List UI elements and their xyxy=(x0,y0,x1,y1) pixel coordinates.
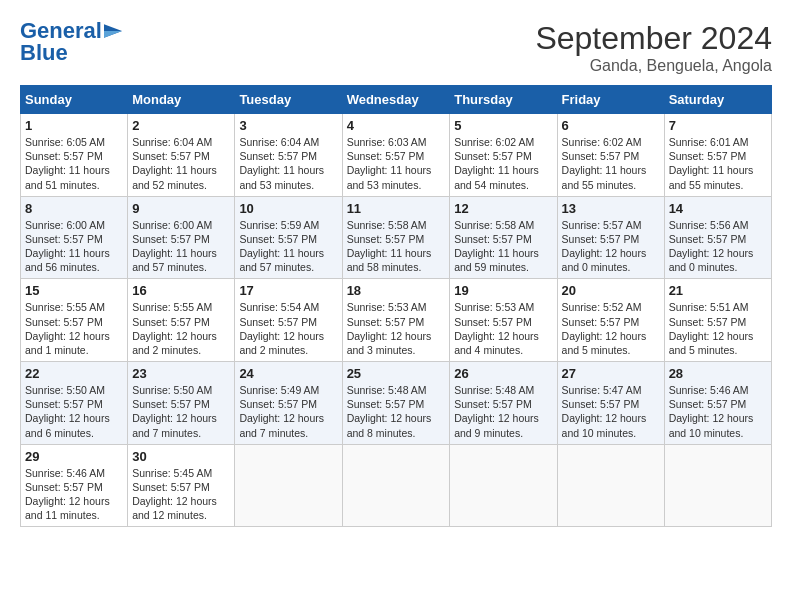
calendar-cell: 29Sunrise: 5:46 AM Sunset: 5:57 PM Dayli… xyxy=(21,444,128,527)
calendar-cell: 18Sunrise: 5:53 AM Sunset: 5:57 PM Dayli… xyxy=(342,279,450,362)
svg-marker-1 xyxy=(104,31,122,38)
day-info: Sunrise: 5:53 AM Sunset: 5:57 PM Dayligh… xyxy=(347,300,446,357)
logo: General Blue xyxy=(20,20,122,64)
day-info: Sunrise: 5:57 AM Sunset: 5:57 PM Dayligh… xyxy=(562,218,660,275)
day-info: Sunrise: 6:00 AM Sunset: 5:57 PM Dayligh… xyxy=(132,218,230,275)
day-info: Sunrise: 5:47 AM Sunset: 5:57 PM Dayligh… xyxy=(562,383,660,440)
day-number: 2 xyxy=(132,118,230,133)
day-number: 13 xyxy=(562,201,660,216)
day-info: Sunrise: 6:02 AM Sunset: 5:57 PM Dayligh… xyxy=(454,135,552,192)
calendar-cell: 4Sunrise: 6:03 AM Sunset: 5:57 PM Daylig… xyxy=(342,114,450,197)
day-number: 3 xyxy=(239,118,337,133)
title-area: September 2024 Ganda, Benguela, Angola xyxy=(535,20,772,75)
day-number: 24 xyxy=(239,366,337,381)
day-info: Sunrise: 5:56 AM Sunset: 5:57 PM Dayligh… xyxy=(669,218,767,275)
day-info: Sunrise: 5:55 AM Sunset: 5:57 PM Dayligh… xyxy=(25,300,123,357)
day-number: 29 xyxy=(25,449,123,464)
day-info: Sunrise: 6:04 AM Sunset: 5:57 PM Dayligh… xyxy=(132,135,230,192)
calendar-cell: 8Sunrise: 6:00 AM Sunset: 5:57 PM Daylig… xyxy=(21,196,128,279)
day-number: 21 xyxy=(669,283,767,298)
day-info: Sunrise: 5:49 AM Sunset: 5:57 PM Dayligh… xyxy=(239,383,337,440)
calendar-cell: 21Sunrise: 5:51 AM Sunset: 5:57 PM Dayli… xyxy=(664,279,771,362)
day-info: Sunrise: 5:53 AM Sunset: 5:57 PM Dayligh… xyxy=(454,300,552,357)
logo-text: General xyxy=(20,20,102,42)
day-number: 18 xyxy=(347,283,446,298)
calendar-cell xyxy=(235,444,342,527)
day-number: 7 xyxy=(669,118,767,133)
day-number: 25 xyxy=(347,366,446,381)
calendar-table: SundayMondayTuesdayWednesdayThursdayFrid… xyxy=(20,85,772,527)
calendar-cell: 30Sunrise: 5:45 AM Sunset: 5:57 PM Dayli… xyxy=(128,444,235,527)
calendar-cell: 12Sunrise: 5:58 AM Sunset: 5:57 PM Dayli… xyxy=(450,196,557,279)
calendar-cell: 9Sunrise: 6:00 AM Sunset: 5:57 PM Daylig… xyxy=(128,196,235,279)
day-header-monday: Monday xyxy=(128,86,235,114)
calendar-cell: 3Sunrise: 6:04 AM Sunset: 5:57 PM Daylig… xyxy=(235,114,342,197)
day-info: Sunrise: 5:55 AM Sunset: 5:57 PM Dayligh… xyxy=(132,300,230,357)
calendar-cell: 2Sunrise: 6:04 AM Sunset: 5:57 PM Daylig… xyxy=(128,114,235,197)
calendar-week-3: 15Sunrise: 5:55 AM Sunset: 5:57 PM Dayli… xyxy=(21,279,772,362)
calendar-cell xyxy=(557,444,664,527)
calendar-cell: 5Sunrise: 6:02 AM Sunset: 5:57 PM Daylig… xyxy=(450,114,557,197)
day-number: 16 xyxy=(132,283,230,298)
calendar-cell: 23Sunrise: 5:50 AM Sunset: 5:57 PM Dayli… xyxy=(128,362,235,445)
day-number: 22 xyxy=(25,366,123,381)
day-number: 9 xyxy=(132,201,230,216)
calendar-title: September 2024 xyxy=(535,20,772,57)
day-number: 30 xyxy=(132,449,230,464)
day-info: Sunrise: 5:51 AM Sunset: 5:57 PM Dayligh… xyxy=(669,300,767,357)
day-header-sunday: Sunday xyxy=(21,86,128,114)
calendar-cell: 7Sunrise: 6:01 AM Sunset: 5:57 PM Daylig… xyxy=(664,114,771,197)
day-number: 27 xyxy=(562,366,660,381)
calendar-cell: 11Sunrise: 5:58 AM Sunset: 5:57 PM Dayli… xyxy=(342,196,450,279)
calendar-cell: 14Sunrise: 5:56 AM Sunset: 5:57 PM Dayli… xyxy=(664,196,771,279)
day-header-tuesday: Tuesday xyxy=(235,86,342,114)
day-info: Sunrise: 6:02 AM Sunset: 5:57 PM Dayligh… xyxy=(562,135,660,192)
day-header-thursday: Thursday xyxy=(450,86,557,114)
calendar-cell xyxy=(664,444,771,527)
day-info: Sunrise: 5:58 AM Sunset: 5:57 PM Dayligh… xyxy=(347,218,446,275)
logo-text-blue: Blue xyxy=(20,40,68,65)
day-info: Sunrise: 5:50 AM Sunset: 5:57 PM Dayligh… xyxy=(25,383,123,440)
calendar-cell: 17Sunrise: 5:54 AM Sunset: 5:57 PM Dayli… xyxy=(235,279,342,362)
day-number: 1 xyxy=(25,118,123,133)
calendar-cell xyxy=(450,444,557,527)
calendar-cell: 6Sunrise: 6:02 AM Sunset: 5:57 PM Daylig… xyxy=(557,114,664,197)
calendar-cell: 28Sunrise: 5:46 AM Sunset: 5:57 PM Dayli… xyxy=(664,362,771,445)
calendar-body: 1Sunrise: 6:05 AM Sunset: 5:57 PM Daylig… xyxy=(21,114,772,527)
day-number: 12 xyxy=(454,201,552,216)
calendar-cell xyxy=(342,444,450,527)
calendar-week-2: 8Sunrise: 6:00 AM Sunset: 5:57 PM Daylig… xyxy=(21,196,772,279)
calendar-week-5: 29Sunrise: 5:46 AM Sunset: 5:57 PM Dayli… xyxy=(21,444,772,527)
day-info: Sunrise: 5:54 AM Sunset: 5:57 PM Dayligh… xyxy=(239,300,337,357)
day-header-friday: Friday xyxy=(557,86,664,114)
day-info: Sunrise: 5:58 AM Sunset: 5:57 PM Dayligh… xyxy=(454,218,552,275)
calendar-cell: 13Sunrise: 5:57 AM Sunset: 5:57 PM Dayli… xyxy=(557,196,664,279)
calendar-cell: 27Sunrise: 5:47 AM Sunset: 5:57 PM Dayli… xyxy=(557,362,664,445)
day-info: Sunrise: 5:46 AM Sunset: 5:57 PM Dayligh… xyxy=(25,466,123,523)
day-info: Sunrise: 6:04 AM Sunset: 5:57 PM Dayligh… xyxy=(239,135,337,192)
calendar-cell: 22Sunrise: 5:50 AM Sunset: 5:57 PM Dayli… xyxy=(21,362,128,445)
day-info: Sunrise: 5:50 AM Sunset: 5:57 PM Dayligh… xyxy=(132,383,230,440)
day-info: Sunrise: 6:05 AM Sunset: 5:57 PM Dayligh… xyxy=(25,135,123,192)
calendar-cell: 24Sunrise: 5:49 AM Sunset: 5:57 PM Dayli… xyxy=(235,362,342,445)
day-number: 4 xyxy=(347,118,446,133)
day-number: 10 xyxy=(239,201,337,216)
calendar-header: SundayMondayTuesdayWednesdayThursdayFrid… xyxy=(21,86,772,114)
day-number: 23 xyxy=(132,366,230,381)
day-number: 14 xyxy=(669,201,767,216)
calendar-cell: 19Sunrise: 5:53 AM Sunset: 5:57 PM Dayli… xyxy=(450,279,557,362)
day-info: Sunrise: 6:01 AM Sunset: 5:57 PM Dayligh… xyxy=(669,135,767,192)
day-header-wednesday: Wednesday xyxy=(342,86,450,114)
day-header-saturday: Saturday xyxy=(664,86,771,114)
day-info: Sunrise: 5:45 AM Sunset: 5:57 PM Dayligh… xyxy=(132,466,230,523)
calendar-cell: 1Sunrise: 6:05 AM Sunset: 5:57 PM Daylig… xyxy=(21,114,128,197)
calendar-cell: 16Sunrise: 5:55 AM Sunset: 5:57 PM Dayli… xyxy=(128,279,235,362)
logo-icon xyxy=(104,24,122,38)
day-number: 15 xyxy=(25,283,123,298)
day-info: Sunrise: 5:52 AM Sunset: 5:57 PM Dayligh… xyxy=(562,300,660,357)
calendar-cell: 20Sunrise: 5:52 AM Sunset: 5:57 PM Dayli… xyxy=(557,279,664,362)
calendar-cell: 26Sunrise: 5:48 AM Sunset: 5:57 PM Dayli… xyxy=(450,362,557,445)
calendar-subtitle: Ganda, Benguela, Angola xyxy=(535,57,772,75)
page-header: General Blue September 2024 Ganda, Bengu… xyxy=(20,20,772,75)
day-number: 6 xyxy=(562,118,660,133)
